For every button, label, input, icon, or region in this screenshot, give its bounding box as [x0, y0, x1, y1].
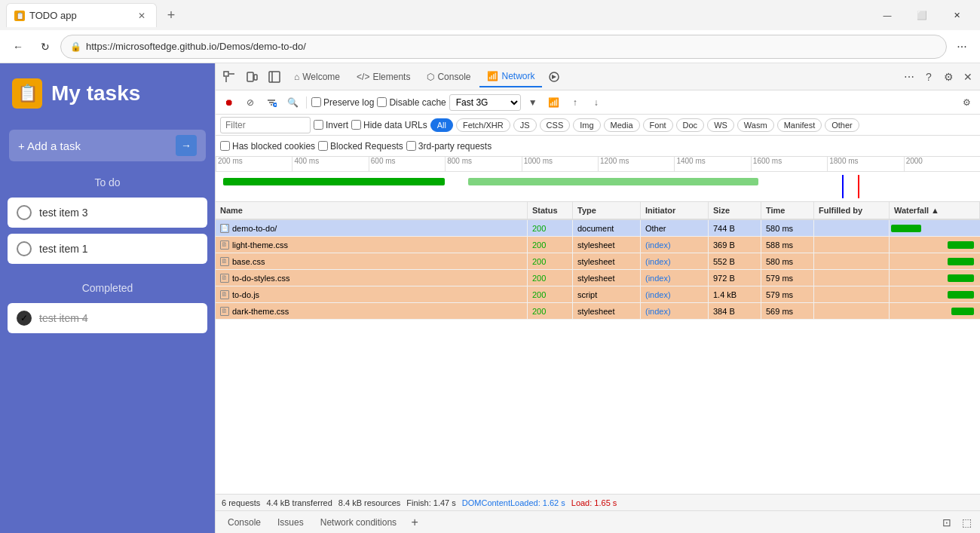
col-size[interactable]: Size: [709, 202, 761, 219]
cell-status: 200: [528, 270, 573, 286]
tab-elements[interactable]: </> Elements: [349, 66, 418, 87]
disable-cache-input[interactable]: [377, 97, 387, 107]
pill-other[interactable]: Other: [825, 118, 859, 132]
cell-status: 200: [528, 220, 573, 236]
preserve-log-input[interactable]: [311, 97, 321, 107]
devtools-help-button[interactable]: ?: [920, 68, 938, 86]
timeline-mark: 200 ms: [216, 157, 292, 171]
devtools-more-button[interactable]: ⋯: [900, 68, 918, 86]
table-row[interactable]: 🗎 to-do.js 200 script (index) 1.4 kB 579…: [216, 286, 980, 303]
completed-todo-item[interactable]: ✓ test item 4: [8, 303, 207, 333]
table-row[interactable]: 🗎 to-do-styles.css 200 stylesheet (index…: [216, 270, 980, 286]
back-button[interactable]: ←: [6, 35, 30, 59]
preserve-log-checkbox[interactable]: Preserve log: [311, 97, 374, 108]
hide-urls-input[interactable]: [351, 120, 361, 130]
pill-fetchxhr[interactable]: Fetch/XHR: [456, 118, 510, 132]
tab-network[interactable]: 📶 Network: [479, 66, 542, 87]
browser-more-button[interactable]: ···: [950, 35, 974, 59]
pill-media[interactable]: Media: [604, 118, 640, 132]
col-status[interactable]: Status: [528, 202, 573, 219]
throttle-select[interactable]: Fast 3G No throttling Slow 3G Offline: [449, 94, 521, 111]
table-row[interactable]: 📄 demo-to-do/ 200 document Other 744 B 5…: [216, 220, 980, 237]
clear-button[interactable]: ⊘: [241, 93, 259, 112]
throttle-dropdown[interactable]: ▼: [524, 93, 542, 112]
cell-name: 🗎 base.css: [216, 253, 528, 269]
pill-img[interactable]: Img: [573, 118, 600, 132]
completed-section: Completed ✓ test item 4: [0, 273, 215, 336]
add-task-button[interactable]: + Add a task →: [9, 130, 206, 161]
cell-fulfilled: [814, 286, 890, 302]
table-row[interactable]: 🗎 base.css 200 stylesheet (index) 552 B …: [216, 253, 980, 270]
col-type[interactable]: Type: [573, 202, 641, 219]
hide-urls-checkbox[interactable]: Hide data URLs: [351, 120, 427, 130]
third-party-checkbox[interactable]: 3rd-party requests: [406, 141, 492, 152]
devtools-close-button[interactable]: ✕: [959, 68, 977, 86]
table-row[interactable]: 🗎 dark-theme.css 200 stylesheet (index) …: [216, 303, 980, 320]
blocked-requests-input[interactable]: [318, 141, 328, 151]
todo-app-icon: 📋: [12, 78, 42, 109]
col-fulfilled[interactable]: Fulfilled by: [814, 202, 890, 219]
network-icon: 📶: [487, 71, 498, 81]
pill-wasm[interactable]: Wasm: [737, 118, 774, 132]
pill-js[interactable]: JS: [513, 118, 537, 132]
upload-button[interactable]: ↑: [566, 93, 584, 112]
pill-font[interactable]: Font: [643, 118, 673, 132]
bottom-tab-add-button[interactable]: +: [406, 513, 424, 531]
minimize-button[interactable]: —: [870, 3, 905, 27]
tab-welcome[interactable]: ⌂ Welcome: [286, 66, 348, 87]
bottom-tab-issues[interactable]: Issues: [270, 513, 311, 532]
filter-button[interactable]: [262, 93, 280, 112]
browser-tab[interactable]: 📋 TODO app ✕: [6, 3, 157, 27]
col-initiator[interactable]: Initiator: [641, 202, 709, 219]
pill-manifest[interactable]: Manifest: [777, 118, 822, 132]
pill-css[interactable]: CSS: [540, 118, 571, 132]
devtools-toolbar: ⌂ Welcome </> Elements ⬡ Console 📶 Netwo…: [216, 63, 980, 90]
todo-checkbox[interactable]: [17, 205, 32, 220]
url-bar[interactable]: 🔒 https://microsoftedge.github.io/Demos/…: [60, 35, 947, 59]
pill-all[interactable]: All: [430, 118, 453, 132]
tab-close-button[interactable]: ✕: [135, 9, 149, 23]
col-time[interactable]: Time: [761, 202, 814, 219]
download-button[interactable]: ↓: [587, 93, 605, 112]
inspect-element-button[interactable]: [219, 66, 240, 87]
filter-input[interactable]: [220, 117, 311, 133]
blocked-cookies-input[interactable]: [220, 141, 230, 151]
filter-bar-2: Has blocked cookies Blocked Requests 3rd…: [216, 136, 980, 157]
close-button[interactable]: ✕: [939, 3, 974, 27]
third-party-input[interactable]: [406, 141, 416, 151]
search-button[interactable]: 🔍: [283, 93, 302, 112]
blocked-requests-checkbox[interactable]: Blocked Requests: [318, 141, 403, 152]
wifi-button[interactable]: 📶: [545, 93, 563, 112]
devtools-settings-button[interactable]: ⚙: [939, 68, 957, 86]
col-waterfall[interactable]: Waterfall ▲: [890, 202, 980, 219]
tab-console[interactable]: ⬡ Console: [419, 66, 478, 87]
restore-button[interactable]: ⬜: [905, 3, 939, 27]
sources-button[interactable]: [544, 66, 565, 87]
invert-checkbox[interactable]: Invert: [314, 120, 348, 130]
devtools-dock-button[interactable]: ⊡: [938, 513, 956, 531]
todo-item[interactable]: test item 3: [8, 198, 207, 228]
cell-waterfall: [890, 303, 980, 319]
disable-cache-checkbox[interactable]: Disable cache: [377, 97, 446, 108]
pill-ws[interactable]: WS: [707, 118, 734, 132]
sidebar-toggle-button[interactable]: [264, 66, 285, 87]
todo-item[interactable]: test item 1: [8, 234, 207, 264]
col-name[interactable]: Name: [216, 202, 528, 219]
bottom-tab-console[interactable]: Console: [220, 513, 268, 532]
network-timeline[interactable]: 200 ms 400 ms 600 ms 800 ms 1000 ms 1200…: [216, 157, 980, 202]
network-settings-button[interactable]: ⚙: [957, 93, 975, 112]
table-row[interactable]: 🗎 light-theme.css 200 stylesheet (index)…: [216, 237, 980, 253]
blocked-cookies-checkbox[interactable]: Has blocked cookies: [220, 141, 315, 152]
invert-input[interactable]: [314, 120, 323, 130]
devtools-undock-button[interactable]: ⬚: [957, 513, 975, 531]
todo-checkbox-checked[interactable]: ✓: [17, 311, 32, 326]
device-emulation-button[interactable]: [241, 66, 262, 87]
record-button[interactable]: ⏺: [220, 93, 238, 112]
cell-waterfall: [890, 270, 980, 286]
new-tab-button[interactable]: +: [160, 5, 182, 26]
todo-checkbox[interactable]: [17, 241, 32, 256]
bottom-tab-network-conditions[interactable]: Network conditions: [313, 513, 404, 532]
pill-doc[interactable]: Doc: [676, 118, 705, 132]
refresh-button[interactable]: ↻: [33, 35, 57, 59]
timeline-mark: 800 ms: [445, 157, 521, 171]
